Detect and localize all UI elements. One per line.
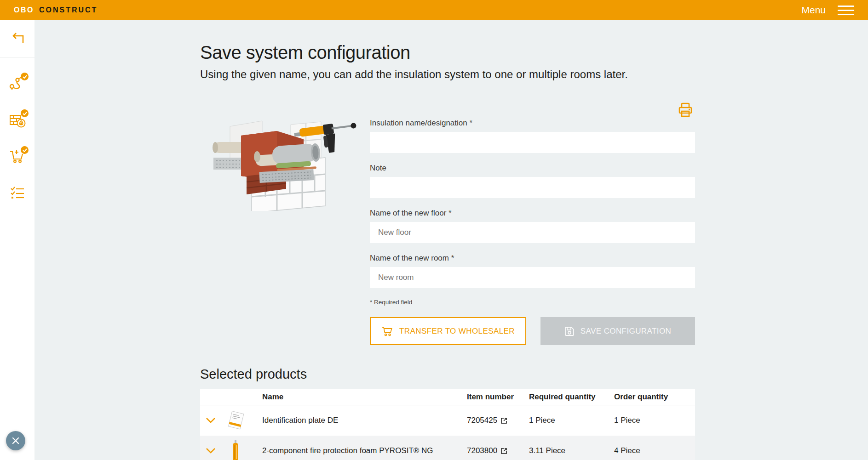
chevron-down-icon <box>206 448 216 454</box>
check-icon <box>23 148 27 152</box>
required-field-note: * Required field <box>370 299 695 306</box>
hamburger-icon[interactable] <box>838 3 854 18</box>
close-icon <box>11 437 20 445</box>
expand-row-button[interactable] <box>200 448 225 454</box>
item-number-link[interactable]: 7205425 <box>467 416 524 425</box>
column-header-item-number: Item number <box>467 392 529 402</box>
menu-label[interactable]: Menu <box>801 5 826 16</box>
save-configuration-button[interactable]: SAVE CONFIGURATION <box>540 317 695 345</box>
save-button-label: SAVE CONFIGURATION <box>581 327 671 336</box>
sidebar-back-button[interactable] <box>0 20 34 57</box>
note-input[interactable] <box>370 177 695 198</box>
check-icon <box>23 112 27 115</box>
close-fab-button[interactable] <box>6 431 25 450</box>
item-number-text: 7205425 <box>467 416 497 425</box>
expand-row-button[interactable] <box>200 417 225 424</box>
selected-products-table: Name Item number Required quantity Order… <box>200 389 695 460</box>
transfer-to-wholesaler-button[interactable]: TRANSFER TO WHOLESALER <box>370 317 526 345</box>
step-complete-badge <box>21 109 29 117</box>
step-complete-badge <box>21 146 29 154</box>
sidebar-item-summary[interactable] <box>0 175 34 211</box>
insulation-name-label: Insulation name/designation * <box>370 119 695 128</box>
column-header-name: Name <box>260 392 467 402</box>
app-header: OBO CONSTRUCT Menu <box>0 0 868 20</box>
chevron-down-icon <box>206 417 216 424</box>
product-thumbnail <box>225 439 246 460</box>
selected-products-heading: Selected products <box>200 367 695 382</box>
table-header-row: Name Item number Required quantity Order… <box>200 389 695 405</box>
order-quantity: 4 Piece <box>614 446 695 455</box>
table-row: 2-component fire protection foam PYROSIT… <box>200 436 695 460</box>
new-room-label: Name of the new room * <box>370 254 695 263</box>
logo-construct-text: CONSTRUCT <box>39 6 98 14</box>
insulation-system-illustration <box>208 112 357 211</box>
external-link-icon <box>500 417 507 424</box>
print-icon <box>677 101 694 119</box>
sidebar-item-cart[interactable] <box>0 138 34 175</box>
column-header-order-quantity: Order quantity <box>614 392 695 402</box>
obo-construct-logo[interactable]: OBO CONSTRUCT <box>14 6 98 14</box>
logo-obo-text: OBO <box>14 6 34 14</box>
new-floor-input[interactable] <box>370 222 695 243</box>
selected-products-section: Selected products Name Item number Requi… <box>200 367 695 460</box>
back-arrow-icon <box>10 32 25 45</box>
insulation-name-input[interactable] <box>370 132 695 153</box>
step-complete-badge <box>21 73 29 80</box>
product-name: 2-component fire protection foam PYROSIT… <box>260 446 467 455</box>
page-subtitle: Using the given name, you can add the in… <box>200 68 628 81</box>
product-thumbnail <box>225 410 246 431</box>
order-quantity: 1 Piece <box>614 416 695 425</box>
product-name: Identification plate DE <box>260 416 467 425</box>
item-number-text: 7203800 <box>467 446 497 455</box>
save-configuration-form: Insulation name/designation * Note Name … <box>370 119 695 345</box>
sidebar-item-fire-protection[interactable] <box>0 101 34 138</box>
checklist-icon <box>9 186 26 200</box>
page-title: Save system configuration <box>200 42 410 63</box>
transfer-button-label: TRANSFER TO WHOLESALER <box>399 327 515 336</box>
new-floor-label: Name of the new floor * <box>370 209 695 218</box>
table-row: Identification plate DE 7205425 1 Piece … <box>200 405 695 436</box>
column-header-required-quantity: Required quantity <box>529 392 614 402</box>
check-icon <box>23 75 27 79</box>
required-quantity: 1 Piece <box>529 416 614 425</box>
print-button[interactable] <box>676 101 695 119</box>
sidebar-item-routing[interactable] <box>0 64 34 101</box>
note-label: Note <box>370 164 695 173</box>
item-number-link[interactable]: 7203800 <box>467 446 524 455</box>
save-icon <box>564 326 575 336</box>
sidebar <box>0 20 34 460</box>
new-room-input[interactable] <box>370 267 695 288</box>
cart-icon <box>381 326 393 337</box>
required-quantity: 3.11 Piece <box>529 446 614 455</box>
external-link-icon <box>500 448 507 454</box>
